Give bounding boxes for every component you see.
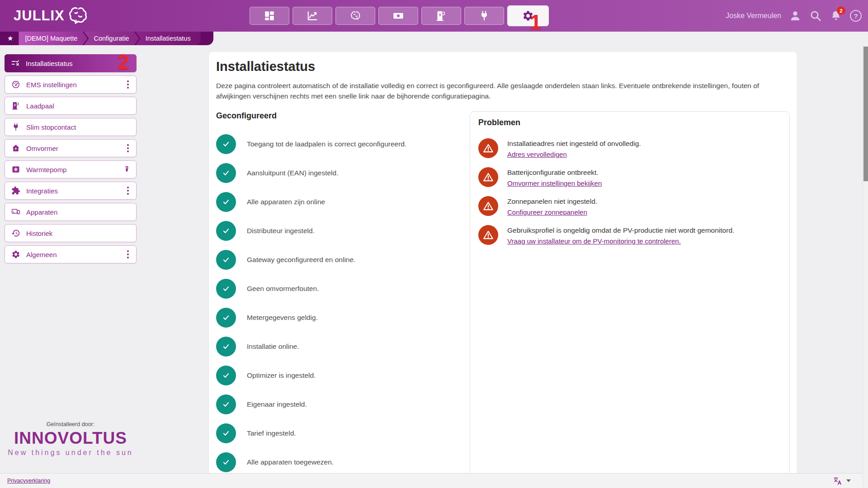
check-circle-icon: [216, 250, 236, 270]
history-icon: [11, 229, 20, 238]
config-sidebar: Installatiestatus EMS instellingen Laadp…: [5, 54, 137, 267]
footer-bar: Privacyverklaring: [0, 473, 863, 488]
sidebar-item-label: EMS instellingen: [26, 81, 77, 89]
check-circle-icon: [216, 134, 236, 154]
breadcrumb-item-installatiestatus[interactable]: Installatiestatus: [136, 32, 201, 45]
translate-icon: [833, 476, 842, 486]
configured-row: Distributeur ingesteld.: [216, 221, 462, 241]
problems-heading: Problemen: [478, 118, 781, 127]
user-name: Joske Vermeulen: [726, 12, 781, 20]
page-title: Installatiestatus: [216, 59, 790, 74]
sidebar-item-label: Algemeen: [26, 251, 57, 258]
testtube-icon: [123, 166, 131, 174]
warning-circle-icon: [478, 196, 498, 216]
notification-badge: 2: [837, 6, 845, 15]
privacy-link[interactable]: Privacyverklaring: [7, 478, 50, 484]
problem-message: Batterijconfiguratie ontbreekt.: [507, 169, 599, 176]
main-nav-buttons: [250, 0, 549, 32]
breadcrumb-item-configuratie[interactable]: Configuratie: [84, 32, 139, 45]
installer-label: Geïnstalleerd door:: [5, 421, 137, 427]
problem-row: Gebruiksprofiel is ongeldig omdat de PV-…: [478, 225, 781, 245]
nav-settings-button[interactable]: [507, 5, 549, 26]
configured-heading: Geconfigureerd: [216, 111, 462, 121]
house-bolt-icon: [11, 144, 20, 153]
sidebar-item-historiek[interactable]: Historiek: [5, 224, 137, 242]
kebab-menu-icon[interactable]: [125, 142, 131, 154]
brain-logo-icon: [66, 5, 89, 27]
configured-row: Gateway geconfigureerd en online.: [216, 250, 462, 270]
configured-row: Geen omvormerfouten.: [216, 279, 462, 299]
scrollbar[interactable]: [863, 45, 868, 488]
nav-finance-button[interactable]: [378, 7, 418, 25]
problem-message: Installatieadres niet ingesteld of onvol…: [507, 140, 641, 147]
nav-ems-button[interactable]: [335, 7, 375, 25]
sidebar-item-ems-instellingen[interactable]: EMS instellingen: [5, 75, 137, 94]
annotation-step-2: 2: [118, 50, 129, 74]
sidebar-item-installatiestatus[interactable]: Installatiestatus: [5, 54, 137, 72]
sidebar-item-label: Apparaten: [26, 208, 57, 216]
configured-row: Alle apparaten zijn online: [216, 192, 462, 212]
check-circle-icon: [216, 337, 236, 357]
installer-block: Geïnstalleerd door: INNOVOLTUS New thing…: [5, 421, 137, 457]
check-circle-icon: [216, 394, 236, 414]
scrollbar-thumb[interactable]: [863, 47, 868, 181]
configured-row: Aansluitpunt (EAN) ingesteld.: [216, 163, 462, 183]
plug-icon: [11, 122, 20, 131]
check-circle-icon: [216, 308, 236, 328]
breadcrumb-item-demo-maquette[interactable]: [DEMO] Maquette: [19, 32, 87, 45]
favorite-star-icon[interactable]: ★: [0, 32, 19, 45]
ev-charger-icon: [11, 101, 20, 110]
help-glyph: ?: [854, 12, 858, 20]
configured-row: Metergegevens geldig.: [216, 308, 462, 328]
check-circle-icon: [216, 221, 236, 241]
problem-row: Batterijconfiguratie ontbreekt. Omvormer…: [478, 167, 781, 188]
user-avatar-icon[interactable]: [789, 9, 802, 22]
sidebar-item-algemeen[interactable]: Algemeen: [5, 245, 137, 263]
page-description: Deze pagina controleert automatisch of d…: [216, 80, 790, 101]
kebab-menu-icon[interactable]: [125, 185, 131, 197]
warning-circle-icon: [478, 225, 498, 245]
nav-dashboard-button[interactable]: [250, 7, 289, 25]
language-selector[interactable]: [833, 476, 851, 486]
check-circle-icon: [216, 192, 236, 212]
kebab-menu-icon[interactable]: [125, 79, 131, 90]
sidebar-item-apparaten[interactable]: Apparaten: [5, 203, 137, 221]
problem-link[interactable]: Configureer zonnepanelen: [507, 208, 587, 216]
innovoltus-logo: INNOVOLTUS: [5, 430, 137, 447]
sidebar-item-laadpaal[interactable]: Laadpaal: [5, 97, 137, 115]
sidebar-item-integraties[interactable]: Integraties: [5, 182, 137, 200]
nav-plug-button[interactable]: [464, 7, 504, 25]
breadcrumb: ★ [DEMO] Maquette Configuratie Installat…: [0, 32, 213, 45]
problem-link[interactable]: Vraag uw installateur om de PV-monitorin…: [507, 237, 681, 245]
notifications-button[interactable]: 2: [830, 9, 842, 22]
installatiestatus-card: Installatiestatus Deze pagina controleer…: [209, 52, 797, 488]
sidebar-item-omvormer[interactable]: Omvormer: [5, 139, 137, 157]
status-columns: Geconfigureerd Toegang tot de laadpalen …: [216, 111, 790, 487]
check-circle-icon: [216, 366, 236, 385]
configured-row: Toegang tot de laadpalen is correct geco…: [216, 134, 462, 154]
search-icon[interactable]: [809, 9, 822, 22]
warning-circle-icon: [478, 167, 498, 187]
dashboard-icon: [264, 10, 275, 22]
check-circle-icon: [216, 279, 236, 299]
help-button[interactable]: ?: [850, 10, 862, 22]
sidebar-item-warmtepomp[interactable]: Warmtepomp: [5, 160, 137, 178]
configured-row: Optimizer is ingesteld.: [216, 366, 462, 385]
problem-link[interactable]: Omvormer instellingen bekijken: [507, 179, 602, 187]
configured-list: Toegang tot de laadpalen is correct geco…: [216, 134, 462, 472]
nav-charts-button[interactable]: [292, 7, 332, 25]
sidebar-item-label: Warmtepomp: [26, 166, 66, 174]
gauge-icon: [11, 80, 20, 89]
brain-icon: [349, 10, 361, 22]
jullix-logo-text: JULLIX: [14, 8, 65, 24]
sidebar-item-label: Historiek: [26, 230, 52, 237]
kebab-menu-icon[interactable]: [125, 249, 131, 260]
problem-link[interactable]: Adres vervolledigen: [507, 150, 567, 158]
jullix-logo[interactable]: JULLIX: [14, 5, 89, 27]
check-circle-icon: [216, 163, 236, 183]
innovoltus-tagline: New things under the sun: [5, 449, 137, 457]
banknote-icon: [392, 10, 404, 22]
problem-message: Gebruiksprofiel is ongeldig omdat de PV-…: [507, 226, 734, 234]
sidebar-item-slim-stopcontact[interactable]: Slim stopcontact: [5, 118, 137, 136]
nav-charger-button[interactable]: [421, 7, 461, 25]
